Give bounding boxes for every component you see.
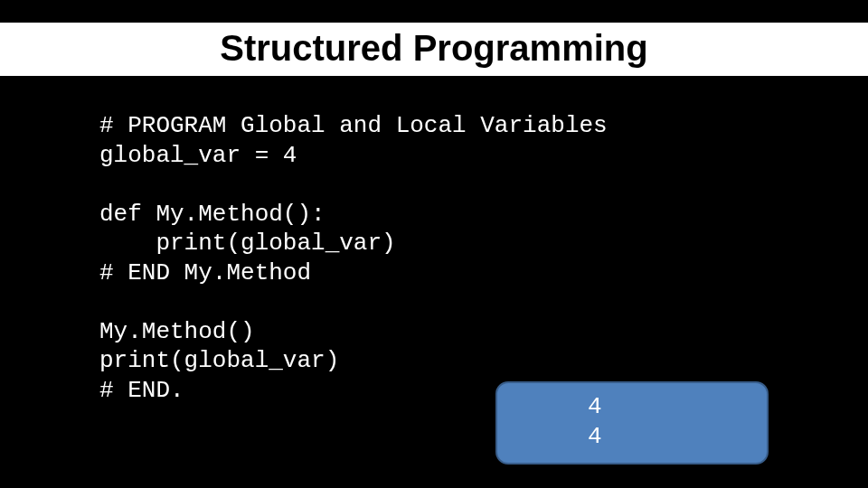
- code-line: # END My.Method: [99, 259, 311, 286]
- output-line: 4: [588, 393, 602, 420]
- code-line: # END.: [99, 377, 184, 404]
- code-block: # PROGRAM Global and Local Variables glo…: [99, 111, 608, 405]
- slide: Structured Programming # PROGRAM Global …: [0, 0, 868, 488]
- code-line: print(global_var): [99, 230, 396, 257]
- code-line: print(global_var): [99, 347, 339, 374]
- code-line: My.Method(): [99, 318, 255, 345]
- code-line: # PROGRAM Global and Local Variables: [99, 112, 608, 139]
- code-line: global_var = 4: [99, 142, 297, 169]
- code-line: def My.Method():: [99, 201, 326, 228]
- slide-title: Structured Programming: [0, 23, 868, 76]
- output-box: 4 4: [495, 381, 769, 465]
- output-line: 4: [588, 423, 602, 450]
